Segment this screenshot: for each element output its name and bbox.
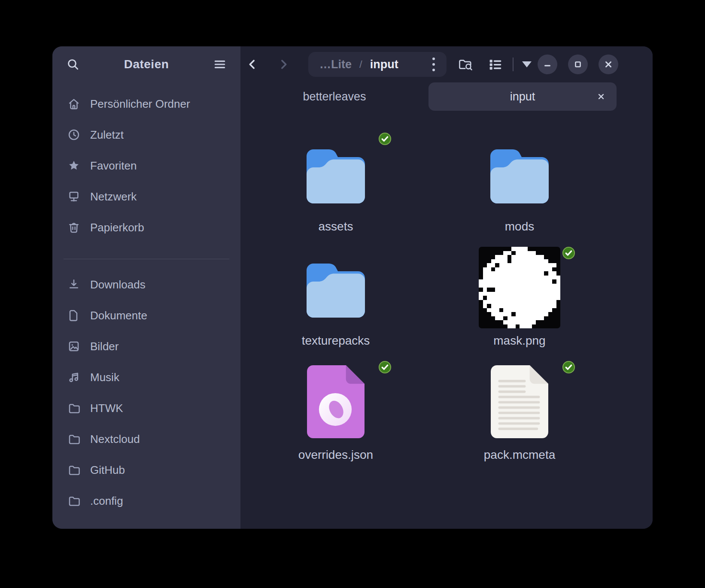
chevron-down-icon [522,61,532,67]
sidebar-item-trash[interactable]: Papierkorb [52,212,240,243]
sidebar-item-nextcloud[interactable]: Nextcloud [52,424,240,455]
sidebar-item-label: Persönlicher Ordner [90,97,190,111]
folder-icon [301,258,370,318]
sidebar-header: Dateien [52,46,240,82]
hamburger-icon [213,58,227,71]
trash-icon [67,221,81,234]
sidebar-item-music[interactable]: Musik [52,362,240,393]
view-options-button[interactable] [520,61,534,67]
json-file-icon [307,365,365,438]
synced-emblem-icon [378,132,392,145]
file-grid: assets mods texturepacks [240,113,653,529]
search-folder-button[interactable] [454,54,477,75]
chevron-left-icon [246,58,259,71]
file-item-overrides-json[interactable]: overrides.json [244,361,428,475]
folder-search-icon [458,57,473,72]
sidebar-item-downloads[interactable]: Downloads [52,269,240,300]
download-icon [67,278,81,291]
search-icon [66,58,80,71]
file-name: assets [319,220,353,233]
maximize-icon [574,60,582,69]
breadcrumb-parent[interactable]: …Lite [319,58,352,71]
file-name: mask.png [493,334,545,348]
folder-icon [301,143,370,203]
breadcrumb-separator: / [359,58,362,70]
view-list-button[interactable] [484,54,507,75]
sidebar-item-label: Musik [90,371,119,384]
file-name: pack.mcmeta [484,448,556,462]
close-icon [604,60,613,69]
maximize-button[interactable] [568,55,588,74]
sidebar: Dateien Persönlicher Ordner Zuletzt [52,46,240,529]
minimize-icon [543,60,552,69]
sidebar-item-label: .config [90,494,123,508]
minimize-button[interactable] [538,55,557,74]
sidebar-item-pictures[interactable]: Bilder [52,331,240,362]
image-thumbnail [479,247,560,328]
folder-icon [67,494,81,508]
document-icon [67,309,81,322]
file-name: mods [505,220,534,233]
close-icon [597,93,605,100]
network-icon [67,190,81,203]
text-file-icon [491,365,548,438]
music-icon [67,370,81,384]
sidebar-item-home[interactable]: Persönlicher Ordner [52,88,240,119]
sidebar-item-label: Netzwerk [90,190,137,203]
sidebar-item-network[interactable]: Netzwerk [52,181,240,212]
sidebar-item-label: Dokumente [90,309,147,322]
hamburger-menu-button[interactable] [210,55,229,74]
folder-icon [67,432,81,446]
kebab-icon [432,58,435,60]
folder-icon [67,401,81,415]
list-view-icon [488,57,503,72]
tab-label: betterleaves [303,90,366,103]
sidebar-item-label: Papierkorb [90,221,144,234]
file-name: texturepacks [302,334,370,348]
mask-pixels [479,247,560,328]
folder-icon [485,143,554,203]
tab-bar: betterleaves input [240,82,653,113]
tab-input[interactable]: input [428,82,617,111]
file-item-mods[interactable]: mods [428,132,611,246]
file-item-mask-png[interactable]: mask.png [428,246,611,361]
sidebar-item-label: Bilder [90,340,119,353]
star-icon [67,159,81,173]
breadcrumb[interactable]: …Lite / input [308,52,447,77]
search-button[interactable] [64,55,82,74]
sidebar-nav: Persönlicher Ordner Zuletzt Favoriten [52,82,240,516]
tab-label: input [510,90,535,103]
toolbar-separator [513,58,514,71]
folder-icon [67,463,81,477]
close-button[interactable] [599,55,618,74]
chevron-right-icon [277,58,290,71]
app-title: Dateien [82,58,210,71]
back-button[interactable] [243,55,262,74]
file-manager-window: Dateien Persönlicher Ordner Zuletzt [52,46,653,529]
tab-close-button[interactable] [592,82,611,111]
main-pane: …Lite / input [240,46,653,529]
synced-emblem-icon [378,361,392,374]
file-item-assets[interactable]: assets [244,132,428,246]
file-name: overrides.json [298,448,373,462]
sidebar-item-github[interactable]: GitHub [52,455,240,485]
sidebar-item-recent[interactable]: Zuletzt [52,119,240,150]
synced-emblem-icon [562,361,575,374]
sidebar-item-htwk[interactable]: HTWK [52,393,240,424]
sidebar-item-documents[interactable]: Dokumente [52,300,240,331]
forward-button[interactable] [274,55,293,74]
sidebar-item-label: Nextcloud [90,433,140,446]
sidebar-item-config[interactable]: .config [52,485,240,516]
clock-icon [67,128,81,142]
image-icon [67,339,81,353]
synced-emblem-icon [562,246,575,260]
breadcrumb-current[interactable]: input [370,58,398,71]
path-menu-button[interactable] [425,55,442,74]
tab-betterleaves[interactable]: betterleaves [240,82,428,111]
sidebar-item-starred[interactable]: Favoriten [52,150,240,181]
file-item-texturepacks[interactable]: texturepacks [244,246,428,361]
home-icon [67,97,81,111]
file-item-pack-mcmeta[interactable]: pack.mcmeta [428,361,611,475]
sidebar-item-label: GitHub [90,464,125,477]
sidebar-item-label: Downloads [90,278,146,291]
